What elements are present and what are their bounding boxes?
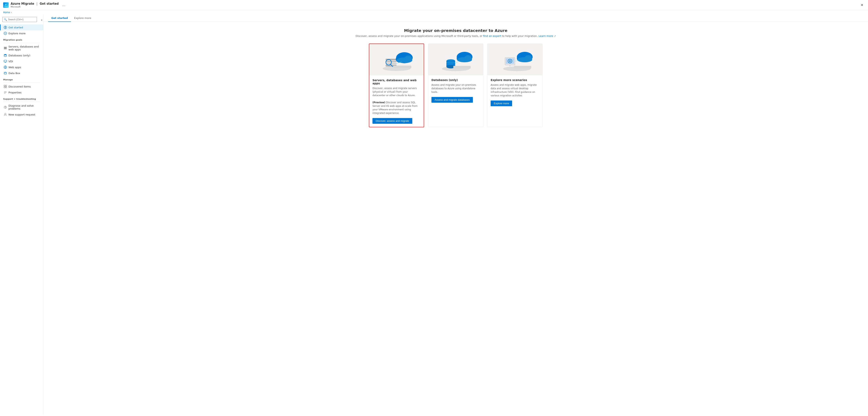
breadcrumb: Home ›	[0, 10, 868, 14]
svg-rect-4	[5, 27, 6, 28]
page-subheading: Discover, assess and migrate your on-pre…	[51, 34, 860, 38]
svg-rect-20	[5, 87, 7, 88]
sidebar-item-servers-label: Servers, databases and web apps	[8, 45, 40, 51]
vdi-icon	[4, 60, 7, 63]
sidebar-item-discovered-items[interactable]: Discovered items	[0, 83, 43, 90]
sidebar-item-web-apps[interactable]: Web apps	[0, 64, 43, 70]
tabs: Get started Explore more	[43, 14, 868, 22]
properties-icon	[4, 91, 7, 94]
sidebar-item-get-started-label: Get started	[8, 26, 23, 29]
sidebar-item-data-box-label: Data Box	[8, 72, 20, 75]
svg-rect-17	[4, 85, 5, 86]
svg-rect-51	[453, 66, 471, 69]
tab-get-started[interactable]: Get started	[48, 14, 71, 22]
breadcrumb-home[interactable]: Home	[3, 11, 10, 14]
data-box-icon	[4, 72, 7, 75]
svg-rect-8	[4, 49, 7, 49]
svg-point-1	[5, 4, 7, 5]
card-title-servers: Servers, databases and web apps	[372, 79, 421, 85]
topbar-left: Azure Migrate | Get started Microsoft ..…	[3, 2, 67, 8]
discover-assess-migrate-button[interactable]: Discover, assess and migrate	[372, 118, 412, 124]
sidebar-section-manage: Manage	[0, 76, 43, 82]
sidebar-item-new-support[interactable]: New support request	[0, 111, 43, 117]
card-body-servers: Servers, databases and web apps Discover…	[369, 75, 424, 127]
sidebar-item-explore-more-label: Explore more	[8, 32, 26, 35]
title-group: Azure Migrate | Get started Microsoft	[11, 2, 59, 8]
sidebar-item-get-started[interactable]: Get started	[0, 25, 43, 30]
sidebar-search: 🔍	[2, 17, 37, 22]
sidebar-item-properties[interactable]: Properties	[0, 90, 43, 95]
webapp-icon	[4, 66, 7, 69]
svg-rect-10	[4, 60, 7, 62]
app-subtitle: Microsoft	[11, 5, 59, 8]
sidebar-item-data-box[interactable]: Data Box	[0, 70, 43, 76]
svg-rect-19	[4, 87, 5, 88]
svg-rect-6	[4, 47, 7, 48]
card-title-explore: Explore more scenarios	[491, 78, 539, 81]
find-expert-link[interactable]: find an expert	[483, 34, 501, 37]
layout: 🔍 « Get started Explore more Migration g…	[0, 14, 868, 415]
search-row: 🔍 «	[0, 16, 43, 24]
card-title-databases: Databases (only)	[431, 78, 480, 81]
sidebar-item-servers-db-webapps[interactable]: Servers, databases and web apps	[0, 44, 43, 53]
tab-explore-more[interactable]: Explore more	[71, 14, 94, 22]
card-image-databases	[428, 44, 483, 75]
main-content: Migrate your on-premises datacenter to A…	[43, 22, 868, 134]
page-title: Migrate your on-premises datacenter to A…	[51, 28, 860, 33]
sidebar-item-diagnose[interactable]: Diagnose and solve problems	[0, 103, 43, 111]
sidebar-item-vdi-label: VDI	[8, 60, 13, 63]
svg-rect-16	[5, 72, 6, 72]
card-desc-servers: Discover, assess and migrate servers (ph…	[372, 86, 421, 115]
explore-more-button[interactable]: Explore more	[491, 101, 512, 106]
sidebar-section-migration: Migration goals	[0, 36, 43, 42]
sidebar-collapse-button[interactable]: «	[40, 18, 43, 22]
card-body-databases: Databases (only) Assess and migrate your…	[428, 75, 483, 106]
svg-point-42	[446, 61, 455, 64]
svg-point-3	[5, 26, 6, 27]
svg-point-36	[397, 58, 412, 63]
svg-point-25	[4, 113, 6, 115]
sidebar: 🔍 « Get started Explore more Migration g…	[0, 14, 43, 415]
svg-point-56	[509, 60, 511, 62]
sidebar-item-support-label: New support request	[8, 113, 35, 116]
diagnose-icon	[4, 106, 7, 109]
close-button[interactable]: ✕	[859, 2, 865, 8]
breadcrumb-separator: ›	[11, 11, 12, 14]
svg-rect-63	[514, 66, 531, 69]
topbar: Azure Migrate | Get started Microsoft ..…	[0, 0, 868, 10]
card-body-explore: Explore more scenarios Assess and migrat…	[488, 75, 542, 109]
card-explore-scenarios: Explore more scenarios Assess and migrat…	[487, 43, 542, 127]
svg-point-61	[517, 57, 532, 62]
card-image-explore	[488, 44, 542, 75]
learn-more-link[interactable]: Learn more ↗	[538, 34, 556, 37]
discovered-items-icon	[4, 85, 7, 88]
svg-rect-15	[4, 72, 6, 74]
cards-row: Servers, databases and web apps Discover…	[51, 43, 860, 127]
page-heading: Migrate your on-premises datacenter to A…	[51, 28, 860, 38]
svg-line-50	[455, 61, 459, 64]
card-desc-explore: Assess and migrate web apps, migrate dat…	[491, 83, 539, 97]
sidebar-item-diagnose-label: Diagnose and solve problems	[8, 104, 40, 110]
sidebar-item-properties-label: Properties	[8, 91, 22, 94]
app-icon	[3, 2, 9, 8]
svg-rect-7	[4, 48, 7, 49]
search-icon: 🔍	[4, 18, 7, 21]
card-image-servers	[369, 44, 424, 75]
sidebar-item-databases-label: Databases (only)	[8, 54, 30, 57]
svg-point-9	[4, 54, 6, 55]
sidebar-divider-manage	[3, 82, 40, 83]
sidebar-item-databases-only[interactable]: Databases (only)	[0, 53, 43, 58]
sidebar-item-web-apps-label: Web apps	[8, 66, 21, 69]
ellipsis-button[interactable]: ...	[61, 2, 67, 8]
svg-rect-18	[5, 85, 7, 86]
sidebar-item-vdi[interactable]: VDI	[0, 58, 43, 64]
search-input[interactable]	[2, 17, 37, 22]
app-title: Azure Migrate | Get started	[11, 2, 59, 5]
support-icon	[4, 113, 7, 116]
card-servers-db-webapps: Servers, databases and web apps Discover…	[369, 43, 424, 127]
content: Get started Explore more Migrate your on…	[43, 14, 868, 415]
svg-point-49	[457, 57, 472, 62]
get-started-icon	[4, 26, 7, 29]
sidebar-item-explore-more[interactable]: Explore more	[0, 30, 43, 36]
assess-migrate-databases-button[interactable]: Assess and migrate databases	[431, 97, 473, 103]
